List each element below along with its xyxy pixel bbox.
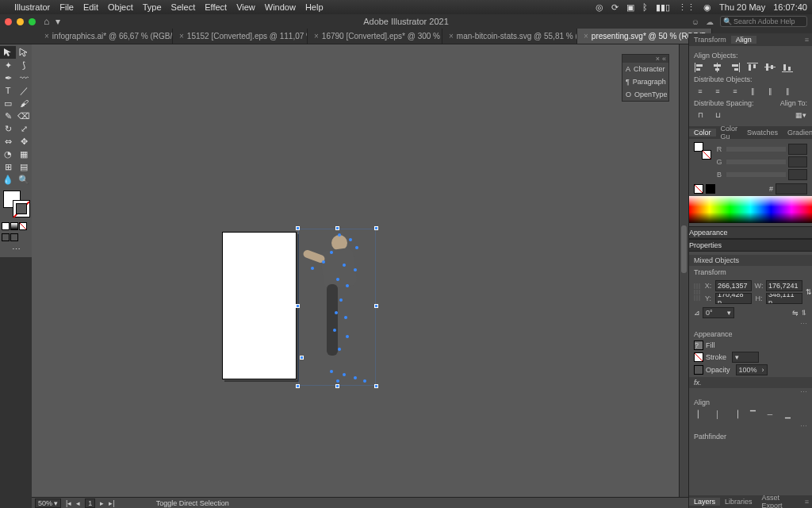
appearance-panel-header[interactable]: Appearance	[688, 226, 812, 239]
home-icon[interactable]: ⌂	[44, 16, 49, 27]
none-mode-icon[interactable]	[19, 222, 27, 230]
dist-vspacing-button[interactable]: ⊓	[694, 110, 707, 121]
gradient-mode-icon[interactable]	[10, 222, 18, 230]
scale-tool[interactable]: ⤢	[16, 122, 32, 135]
align-hcenter-button[interactable]	[711, 62, 724, 73]
close-icon[interactable]: ×	[656, 55, 660, 63]
line-tool[interactable]: ／	[16, 84, 32, 97]
tab-color[interactable]: Color	[689, 129, 716, 137]
panel-menu-icon[interactable]: ≡	[802, 36, 812, 44]
dist-hcenter-button[interactable]: ‖	[764, 86, 776, 97]
color-mode-icon[interactable]	[2, 222, 10, 230]
prop-align-left[interactable]: ▏	[694, 409, 707, 420]
stroke-swatch[interactable]	[13, 200, 30, 217]
more-tools-icon[interactable]: ⋯	[0, 243, 32, 256]
artboard[interactable]	[222, 232, 297, 379]
type-panel[interactable]: ×« ACharacter ¶Paragraph OOpenType	[622, 54, 669, 102]
align-to-dropdown[interactable]: ▦▾	[795, 110, 807, 121]
menu-type[interactable]: Type	[143, 2, 162, 12]
dist-top-button[interactable]: ≡	[694, 86, 707, 97]
curvature-tool[interactable]: 〰	[16, 71, 32, 84]
vertical-scrollbar[interactable]	[679, 44, 688, 497]
none-color-button[interactable]	[694, 184, 703, 194]
g-field[interactable]	[788, 156, 807, 167]
fill-swatch[interactable]: ?	[694, 341, 703, 350]
opacity-field[interactable]: 100%›	[736, 364, 768, 375]
prop-align-bottom[interactable]: ▁	[781, 409, 794, 420]
doc-tab-0[interactable]: ×infographics.ai* @ 66,67 % (RGB/Previ…	[38, 29, 173, 44]
rectangle-tool[interactable]: ▭	[0, 97, 16, 110]
tab-color-guide[interactable]: Color Gu	[716, 125, 743, 140]
menu-effect[interactable]: Effect	[205, 2, 227, 12]
tab-gradient[interactable]: Gradient	[783, 129, 812, 137]
selected-artwork[interactable]	[298, 229, 376, 386]
black-button[interactable]	[706, 184, 715, 194]
reference-point[interactable]	[694, 283, 700, 301]
first-page-button[interactable]: |◂	[66, 499, 71, 507]
page-field[interactable]: 1	[85, 498, 95, 508]
menu-object[interactable]: Object	[108, 2, 133, 12]
dist-left-button[interactable]: ‖	[746, 86, 759, 97]
menu-select[interactable]: Select	[171, 2, 196, 12]
perspective-tool[interactable]: ▦	[16, 148, 32, 160]
width-tool[interactable]: ⇔	[0, 135, 16, 148]
tab-asset-export[interactable]: Asset Export	[757, 494, 802, 508]
properties-panel-header[interactable]: Properties	[688, 239, 812, 252]
doc-tab-3[interactable]: ×man-bitcoin-stats.svg @ 55,81 % (RGB/Pr…	[442, 29, 577, 44]
close-icon[interactable]: ×	[584, 32, 588, 40]
fullscreen-window-button[interactable]	[29, 18, 36, 25]
more-options-icon[interactable]: ⋯	[694, 320, 807, 328]
mesh-tool[interactable]: ⊞	[0, 160, 16, 173]
y-field[interactable]: 170,428 p	[715, 293, 752, 304]
dist-bottom-button[interactable]: ≡	[729, 86, 741, 97]
next-page-button[interactable]: ▸	[100, 499, 104, 507]
dist-right-button[interactable]: ‖	[781, 86, 794, 97]
tab-transform[interactable]: Transform	[689, 36, 731, 44]
more-options-icon[interactable]: ⋯	[694, 422, 807, 430]
prop-align-top[interactable]: ▔	[746, 409, 759, 420]
zoom-tool[interactable]: 🔍	[16, 173, 32, 186]
opentype-panel-link[interactable]: OOpenType	[622, 88, 668, 101]
magic-wand-tool[interactable]: ✦	[0, 59, 16, 71]
menu-file[interactable]: File	[59, 2, 74, 12]
shaper-tool[interactable]: ✎	[0, 110, 16, 122]
close-icon[interactable]: ×	[44, 32, 49, 40]
draw-mode-icon[interactable]	[2, 233, 10, 241]
dist-hspacing-button[interactable]: ⊔	[711, 110, 724, 121]
paragraph-panel-link[interactable]: ¶Paragraph	[622, 75, 668, 88]
close-icon[interactable]: ×	[314, 32, 319, 40]
fx-row[interactable]: fx.	[689, 377, 812, 388]
eyedropper-tool[interactable]: 💧	[0, 173, 16, 186]
menu-help[interactable]: Help	[305, 2, 324, 12]
tab-libraries[interactable]: Libraries	[720, 498, 757, 506]
minimize-window-button[interactable]	[17, 18, 24, 25]
tab-align[interactable]: Align	[731, 36, 756, 44]
doc-tab-1[interactable]: ×15152 [Converted].eps @ 111,07 % (RGB/P…	[173, 29, 308, 44]
hex-field[interactable]	[776, 183, 807, 194]
eraser-tool[interactable]: ⌫	[16, 110, 32, 122]
search-input[interactable]: 🔍 Search Adobe Help	[720, 16, 807, 27]
direct-selection-tool[interactable]	[16, 46, 32, 59]
align-right-button[interactable]	[729, 62, 741, 73]
cloud-sync-icon[interactable]: ☁	[706, 17, 714, 26]
stroke-weight-field[interactable]: ▾	[732, 352, 759, 363]
prev-page-button[interactable]: ◂	[76, 499, 80, 507]
tab-swatches[interactable]: Swatches	[742, 129, 783, 137]
prop-align-hcenter[interactable]: │	[711, 409, 724, 420]
rotate-field[interactable]: 0°▾	[703, 307, 734, 318]
doc-tab-2[interactable]: ×16790 [Converted].eps* @ 300 % (RGB/Pre…	[308, 29, 442, 44]
prop-align-right[interactable]: ▕	[729, 409, 741, 420]
character-panel-link[interactable]: ACharacter	[622, 63, 668, 75]
h-field[interactable]: 348,111 p	[766, 293, 802, 304]
brush-tool[interactable]: 🖌	[16, 97, 32, 110]
canvas[interactable]	[32, 44, 688, 497]
free-transform-tool[interactable]: ✥	[16, 135, 32, 148]
prop-align-vcenter[interactable]: ─	[764, 409, 776, 420]
flip-v-icon[interactable]: ⥮	[801, 309, 807, 317]
g-slider[interactable]	[726, 160, 786, 164]
flip-h-icon[interactable]: ⇋	[792, 309, 799, 317]
cloud-user-icon[interactable]: ☺	[691, 17, 699, 26]
dist-vcenter-button[interactable]: ≡	[711, 86, 724, 97]
tab-layers[interactable]: Layers	[689, 498, 720, 506]
link-wh-icon[interactable]: ⇅	[806, 288, 812, 296]
